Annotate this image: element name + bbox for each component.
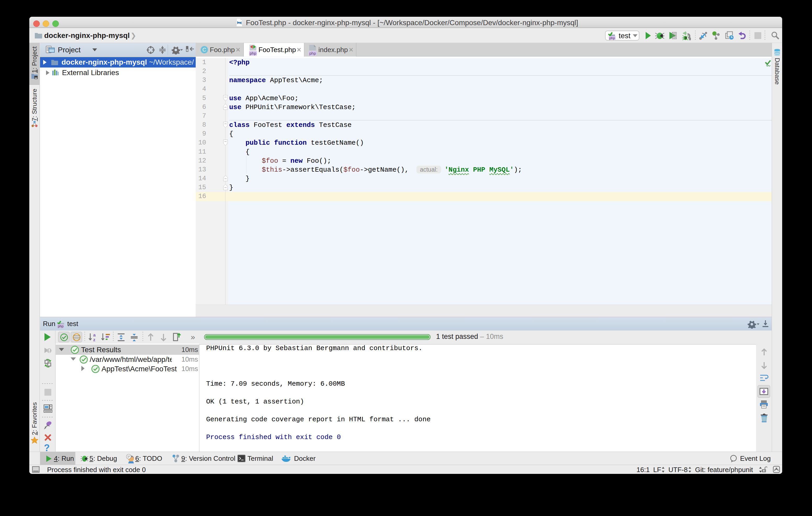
svg-text:php: php	[609, 36, 615, 40]
svg-text:php: php	[250, 51, 256, 55]
svg-text:php: php	[58, 324, 64, 328]
svg-text:a: a	[93, 333, 96, 338]
svg-text:z: z	[93, 337, 95, 342]
svg-text:C: C	[202, 47, 206, 53]
svg-text:php: php	[309, 51, 316, 55]
